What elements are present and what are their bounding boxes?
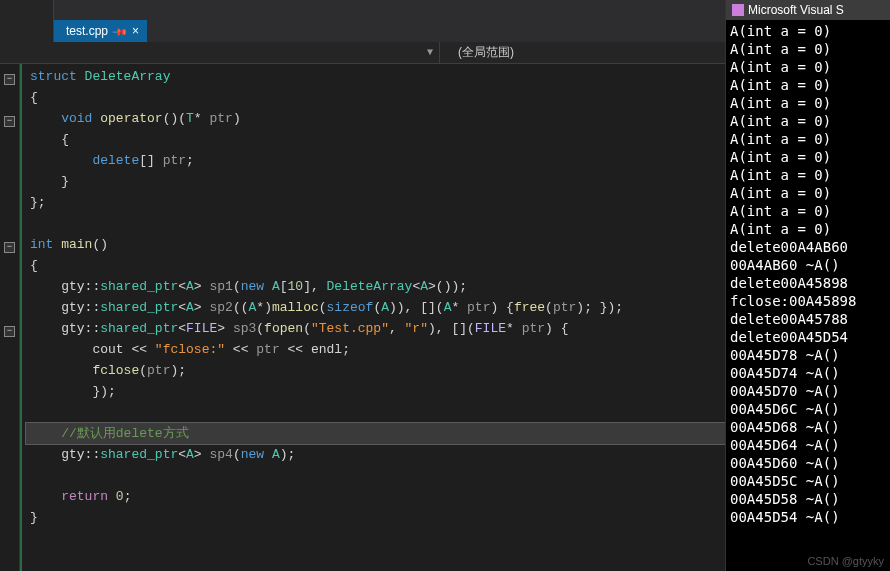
current-line: //默认用delete方式 [26, 423, 725, 444]
tab-bar: test.cpp 📌 × [0, 20, 725, 42]
window-chrome-top [0, 0, 725, 20]
console-panel: Microsoft Visual S A(int a = 0) A(int a … [725, 0, 890, 571]
fold-toggle[interactable]: − [4, 242, 15, 253]
code-editor[interactable]: − − − − struct DeleteArray { void operat… [0, 64, 725, 571]
fold-toggle[interactable]: − [4, 74, 15, 85]
fold-toggle[interactable]: − [4, 326, 15, 337]
visual-studio-icon [732, 4, 744, 16]
console-output[interactable]: A(int a = 0) A(int a = 0) A(int a = 0) A… [726, 20, 890, 571]
console-title-bar[interactable]: Microsoft Visual S [726, 0, 890, 20]
fold-gutter: − − − − [0, 64, 20, 571]
file-tab-active[interactable]: test.cpp 📌 × [54, 20, 147, 42]
navigation-bar: ▼ (全局范围) [0, 42, 725, 64]
scope-label: (全局范围) [458, 45, 514, 59]
chevron-down-icon: ▼ [427, 47, 433, 58]
scope-dropdown-right[interactable]: (全局范围) [440, 44, 725, 61]
console-title-text: Microsoft Visual S [748, 3, 844, 17]
tab-well-spacer [0, 20, 54, 42]
close-icon[interactable]: × [132, 24, 139, 38]
fold-toggle[interactable]: − [4, 116, 15, 127]
editor-panel: test.cpp 📌 × ▼ (全局范围) − − − − struct Del… [0, 0, 725, 571]
pin-icon[interactable]: 📌 [112, 23, 128, 39]
scope-dropdown-left[interactable]: ▼ [0, 42, 440, 63]
watermark: CSDN @gtyyky [807, 555, 884, 567]
code-text-area[interactable]: struct DeleteArray { void operator()(T* … [20, 64, 725, 571]
tab-filename: test.cpp [66, 24, 108, 38]
